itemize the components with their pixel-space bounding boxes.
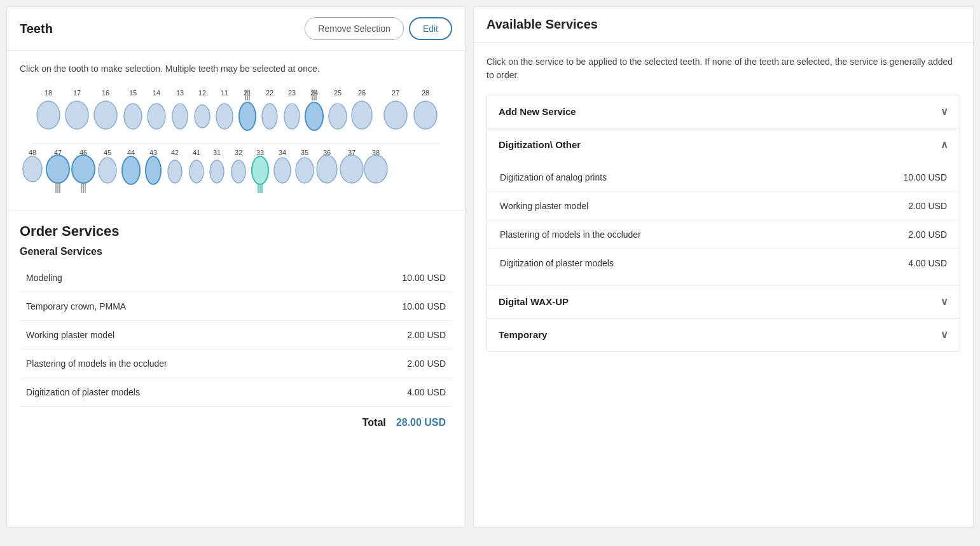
general-service-row[interactable]: Temporary crown, PMMA 10.00 USD — [20, 292, 452, 321]
accordion-service-row[interactable]: Working plaster model 2.00 USD — [487, 192, 960, 221]
accordion-label: Digital WAX-UP — [499, 296, 569, 307]
accordion-service-row[interactable]: Plastering of models in the occluder 2.0… — [487, 221, 960, 249]
tooth-num-31: 31 — [213, 149, 221, 156]
tooth-num-41: 41 — [193, 149, 200, 156]
right-panel-header: Available Services — [474, 7, 973, 43]
accordion-service-price: 4.00 USD — [908, 258, 947, 268]
tooth-21[interactable] — [239, 102, 256, 130]
tooth-num-14: 14 — [153, 89, 160, 97]
tooth-43[interactable] — [146, 156, 161, 184]
tooth-46[interactable] — [72, 155, 95, 183]
service-price: 10.00 USD — [403, 301, 446, 311]
service-name: Digitization of plaster models — [26, 387, 140, 397]
tooth-num-11: 11 — [221, 89, 228, 97]
tooth-42[interactable] — [168, 160, 182, 183]
accordion-service-price: 10.00 USD — [904, 172, 947, 182]
tooth-25[interactable] — [329, 104, 347, 129]
tooth-36[interactable] — [317, 155, 337, 183]
tooth-26[interactable] — [352, 101, 372, 129]
services-accordion: Add New Service Digitization\ Other Digi… — [487, 95, 960, 351]
tooth-33[interactable] — [252, 156, 268, 184]
tooth-num-16: 16 — [102, 89, 109, 97]
tooth-num-22: 22 — [266, 89, 273, 97]
tooth-17[interactable] — [66, 101, 88, 129]
edit-button[interactable]: Edit — [409, 17, 452, 40]
accordion-label: Add New Service — [499, 106, 576, 117]
accordion-item: Digitization\ Other Digitization of anal… — [487, 128, 960, 285]
accordion-service-name: Digitization of plaster models — [500, 258, 614, 268]
tooth-11[interactable] — [216, 104, 233, 129]
tooth-27[interactable] — [384, 101, 407, 129]
accordion-header-1[interactable]: Digitization\ Other — [487, 128, 960, 161]
accordion-header-0[interactable]: Add New Service — [487, 95, 960, 128]
tooth-28[interactable] — [414, 101, 437, 129]
accordion-chevron — [941, 106, 948, 118]
tooth-14[interactable] — [148, 104, 165, 129]
tooth-24[interactable] — [305, 102, 323, 130]
tooth-num-26: 26 — [358, 89, 366, 97]
tooth-37[interactable] — [340, 155, 363, 183]
tooth-23[interactable] — [284, 104, 300, 129]
header-buttons: Remove Selection Edit — [305, 17, 452, 40]
service-name: Plastering of models in the occluder — [26, 358, 167, 369]
service-name: Working plaster model — [26, 330, 114, 340]
tooth-num-35: 35 — [301, 149, 308, 156]
accordion-service-name: Working plaster model — [500, 201, 588, 211]
order-services-section: Order Services General Services Modeling… — [7, 210, 465, 445]
right-instruction: Click on the service to be applied to th… — [474, 43, 973, 88]
tooth-34[interactable] — [274, 158, 291, 183]
right-panel: Available Services Click on the service … — [473, 6, 974, 528]
accordion-item: Temporary — [487, 318, 960, 351]
service-name: Modeling — [26, 273, 62, 283]
tooth-num-44: 44 — [127, 149, 135, 156]
accordion-service-price: 2.00 USD — [908, 229, 947, 240]
tooth-18[interactable] — [37, 101, 60, 129]
tooth-15[interactable] — [124, 104, 142, 129]
tooth-31[interactable] — [210, 160, 224, 183]
tooth-num-28: 28 — [422, 89, 429, 97]
general-service-row[interactable]: Plastering of models in the occluder 2.0… — [20, 350, 452, 378]
accordion-service-name: Plastering of models in the occluder — [500, 229, 641, 240]
tooth-diagram[interactable]: 18 17 16 15 14 13 12 — [7, 80, 465, 210]
tooth-44[interactable] — [122, 156, 140, 184]
tooth-48[interactable] — [23, 156, 42, 182]
general-service-row[interactable]: Modeling 10.00 USD — [20, 264, 452, 292]
tooth-22[interactable] — [262, 104, 277, 129]
service-price: 2.00 USD — [407, 330, 446, 340]
tooth-35[interactable] — [296, 158, 314, 183]
general-service-row[interactable]: Digitization of plaster models 4.00 USD — [20, 378, 452, 407]
accordion-label: Digitization\ Other — [499, 139, 581, 150]
left-panel-header: Teeth Remove Selection Edit — [7, 7, 465, 51]
general-service-row[interactable]: Working plaster model 2.00 USD — [20, 321, 452, 350]
total-row: Total 28.00 USD — [20, 407, 452, 439]
accordion-chevron — [941, 329, 948, 341]
tooth-32[interactable] — [231, 160, 245, 183]
tooth-12[interactable] — [195, 105, 210, 128]
tooth-instruction: Click on the tooth to make selection. Mu… — [7, 51, 465, 80]
tooth-45[interactable] — [99, 158, 116, 183]
accordion-content: Digitization of analog prints 10.00 USD … — [487, 161, 960, 285]
tooth-num-13: 13 — [176, 89, 184, 97]
accordion-header-2[interactable]: Digital WAX-UP — [487, 285, 960, 318]
tooth-16[interactable] — [94, 101, 117, 129]
tooth-41[interactable] — [190, 160, 204, 183]
accordion-item: Add New Service — [487, 95, 960, 128]
service-name: Temporary crown, PMMA — [26, 301, 126, 311]
tooth-num-17: 17 — [73, 89, 81, 97]
tooth-47[interactable] — [46, 155, 69, 183]
left-panel: Teeth Remove Selection Edit Click on the… — [6, 6, 466, 528]
remove-selection-button[interactable]: Remove Selection — [305, 17, 404, 40]
tooth-chart-svg[interactable]: 18 17 16 15 14 13 12 — [20, 86, 452, 195]
service-price: 10.00 USD — [403, 273, 446, 283]
tooth-num-45: 45 — [104, 149, 111, 156]
accordion-label: Temporary — [499, 329, 547, 340]
tooth-38[interactable] — [364, 155, 387, 183]
available-services-title: Available Services — [487, 17, 598, 31]
tooth-13[interactable] — [172, 104, 188, 129]
accordion-service-row[interactable]: Digitization of analog prints 10.00 USD — [487, 163, 960, 192]
accordion-service-row[interactable]: Digitization of plaster models 4.00 USD — [487, 249, 960, 277]
tooth-num-33: 33 — [256, 149, 264, 156]
general-services-list: Modeling 10.00 USD Temporary crown, PMMA… — [20, 264, 452, 407]
accordion-header-3[interactable]: Temporary — [487, 318, 960, 351]
tooth-num-12: 12 — [198, 89, 206, 97]
